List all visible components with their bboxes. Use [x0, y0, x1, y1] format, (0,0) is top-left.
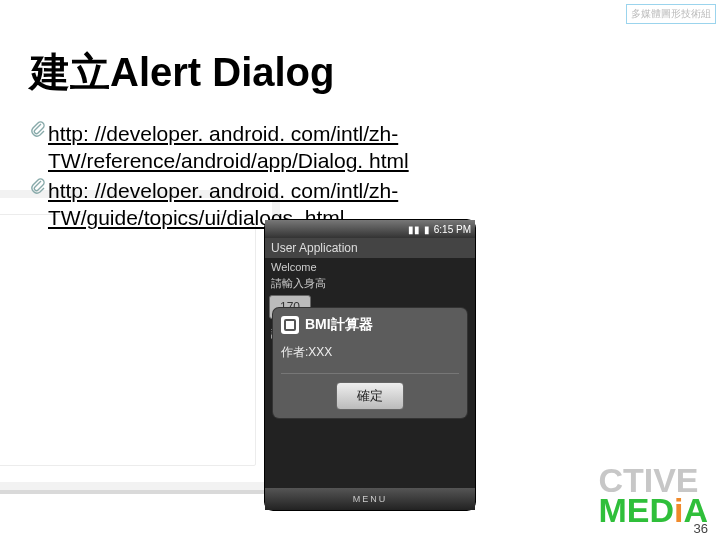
background-monitor-graphic [0, 190, 280, 490]
logo-line2-pre: MED [598, 491, 674, 529]
slide-title: 建立Alert Dialog [30, 45, 334, 100]
link-2-line1[interactable]: http: //developer. android. com/intl/zh- [48, 179, 398, 202]
link-item-1: http: //developer. android. com/intl/zh-… [30, 120, 630, 175]
paperclip-icon [30, 177, 48, 195]
dialog-body-text: 作者:XXX [281, 344, 459, 361]
phone-mockup: ▮▮ ▮ 6:15 PM User Application Welcome 請輸… [265, 220, 475, 510]
phone-screen: User Application Welcome 請輸入身高 170 請輸入體重… [265, 238, 475, 488]
welcome-label: Welcome [271, 261, 469, 273]
link-1-line1[interactable]: http: //developer. android. com/intl/zh- [48, 122, 398, 145]
phone-status-bar: ▮▮ ▮ 6:15 PM [265, 220, 475, 238]
link-text-1[interactable]: http: //developer. android. com/intl/zh-… [48, 120, 630, 175]
dialog-title: BMI計算器 [305, 316, 373, 334]
menu-label: MENU [353, 494, 388, 504]
footer-logo: CTIVE MEDiA [598, 465, 708, 526]
dialog-app-icon [281, 316, 299, 334]
signal-icon: ▮▮ [408, 224, 420, 235]
corner-tag: 多媒體圖形技術組 [626, 4, 716, 24]
link-1-line2[interactable]: TW/reference/android/app/Dialog. html [48, 149, 409, 172]
paperclip-icon [30, 120, 48, 138]
alert-dialog: BMI計算器 作者:XXX 確定 [273, 308, 467, 418]
phone-nav-bar: MENU [265, 488, 475, 510]
slide: 多媒體圖形技術組 建立Alert Dialog http: //develope… [0, 0, 720, 540]
page-number: 36 [694, 521, 708, 536]
app-header: User Application [265, 238, 475, 258]
dialog-ok-button[interactable]: 確定 [336, 382, 404, 410]
battery-icon: ▮ [424, 224, 430, 235]
height-label: 請輸入身高 [271, 276, 469, 291]
status-time: 6:15 PM [434, 224, 471, 235]
links-block: http: //developer. android. com/intl/zh-… [30, 120, 630, 233]
